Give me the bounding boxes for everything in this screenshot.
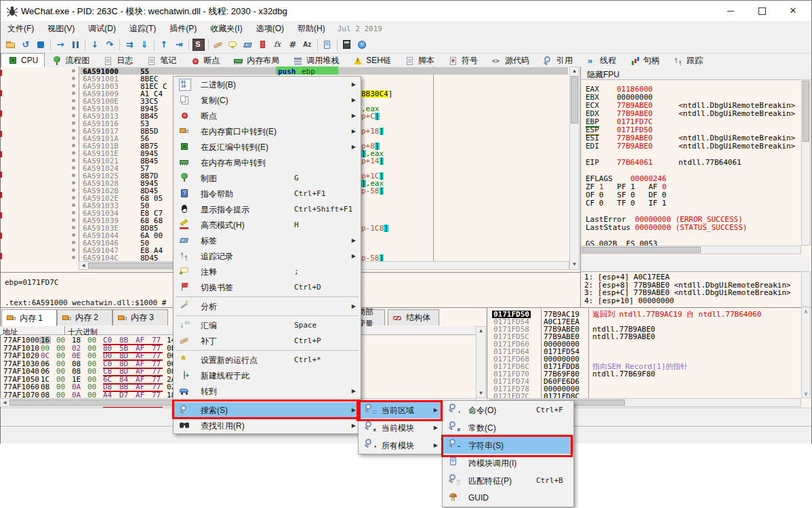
- menu-收藏夹(I)[interactable]: 收藏夹(I): [203, 21, 249, 36]
- attach-arrow-button[interactable]: [171, 37, 186, 52]
- menuitem-当前区域[interactable]: □当前区域▶: [359, 401, 443, 418]
- memory-byte[interactable]: 00: [87, 383, 96, 391]
- memory-byte[interactable]: 0C: [41, 352, 49, 359]
- az-button[interactable]: [300, 37, 315, 52]
- run-button[interactable]: [53, 37, 68, 52]
- menuitem-新建线程于此[interactable]: 新建线程于此: [174, 368, 361, 383]
- menuitem-在反汇编中转到(E)[interactable]: 在反汇编中转到(E)▶: [174, 139, 361, 155]
- menu-追踪(T)[interactable]: 追踪(T): [123, 21, 163, 36]
- menuitem-跨模块调用(I)[interactable]: 跨模块调用(I): [443, 454, 573, 471]
- menuitem-常数(C)[interactable]: #常数(C): [443, 418, 573, 436]
- menu-帮助(H)[interactable]: 帮助(H): [291, 21, 332, 36]
- tab-断点[interactable]: 断点: [183, 54, 226, 67]
- memory-byte[interactable]: 00: [87, 368, 96, 375]
- menuitem-补丁[interactable]: 补丁Ctrl+P: [174, 333, 361, 349]
- memory-byte[interactable]: 00: [56, 383, 65, 391]
- breakpoint-dot-icon[interactable]: [72, 203, 75, 207]
- memory-byte[interactable]: 08: [41, 383, 49, 391]
- breakpoint-dot-icon[interactable]: [72, 233, 75, 237]
- memory-byte[interactable]: 00: [87, 336, 96, 344]
- breakpoint-dot-icon[interactable]: [72, 151, 75, 155]
- tab-符号[interactable]: 符号: [441, 54, 485, 67]
- register-name[interactable]: EIP: [586, 159, 599, 167]
- menu-视图(V)[interactable]: 视图(V): [41, 21, 81, 36]
- memory-byte[interactable]: 08: [72, 368, 81, 375]
- tab-源代码[interactable]: 源代码: [485, 54, 536, 67]
- scroll-down-icon[interactable]: ▼: [570, 260, 579, 269]
- tab-线程[interactable]: 线程: [580, 54, 623, 67]
- breakpoint-dot-icon[interactable]: [72, 92, 75, 95]
- breakpoint-dot-icon[interactable]: [72, 189, 75, 192]
- step-over-button[interactable]: [102, 37, 117, 52]
- menuitem-GUID[interactable]: GUID: [443, 489, 573, 507]
- memtab-内存 1[interactable]: 内存 1: [1, 309, 57, 326]
- register-value[interactable]: 77B9ABE0: [617, 142, 653, 151]
- breakpoint-dot-icon[interactable]: [72, 121, 75, 125]
- scroll-left-icon[interactable]: ◄: [79, 262, 87, 269]
- open-button[interactable]: [3, 37, 18, 52]
- breakpoint-dot-icon[interactable]: [72, 241, 75, 244]
- memory-byte[interactable]: 00: [56, 336, 65, 344]
- pause-button[interactable]: [68, 37, 83, 52]
- breakpoint-dot-icon[interactable]: [72, 211, 75, 214]
- menu-选项(O)[interactable]: 选项(O): [249, 21, 291, 36]
- breakpoint-dot-icon[interactable]: [72, 69, 75, 73]
- maximize-button[interactable]: [746, 1, 777, 20]
- breakpoint-dot-icon[interactable]: [72, 196, 75, 199]
- menuitem-切换书签[interactable]: 切换书签Ctrl+D: [174, 279, 361, 295]
- memory-byte[interactable]: 00: [56, 368, 65, 375]
- function-button[interactable]: [270, 37, 285, 52]
- menuitem-二进制(B)[interactable]: 二进制(B)▶: [174, 77, 361, 92]
- memory-byte[interactable]: 06: [41, 368, 49, 375]
- memory-address[interactable]: 77AF1020: [3, 352, 39, 359]
- breakpoint-dot-icon[interactable]: [72, 159, 75, 162]
- menuitem-查找引用(R)[interactable]: 查找引用(R)▶: [174, 418, 361, 433]
- memory-byte[interactable]: 16: [39, 336, 51, 344]
- memory-byte[interactable]: 00: [87, 352, 96, 359]
- menuitem-汇编[interactable]: 汇编Space: [174, 317, 361, 333]
- stack-pane[interactable]: [487, 307, 811, 408]
- breakpoint-dot-icon[interactable]: [72, 144, 75, 147]
- tab-调用堆栈[interactable]: 调用堆栈: [286, 54, 346, 67]
- menuitem-制图[interactable]: 制图G: [174, 170, 361, 186]
- breakpoint-dot-icon[interactable]: [72, 84, 75, 87]
- restart-button[interactable]: [18, 37, 33, 52]
- tab-脚本[interactable]: 脚本: [398, 54, 441, 67]
- minimize-button[interactable]: [715, 1, 746, 20]
- tab-跟踪[interactable]: 跟踪: [666, 54, 710, 67]
- tab-CPU[interactable]: CPU: [1, 53, 45, 68]
- bookmark-button[interactable]: [256, 37, 270, 52]
- scroll-up-icon[interactable]: ▲: [476, 327, 485, 335]
- breakpoint-dot-icon[interactable]: [72, 136, 75, 140]
- tab-内存布局[interactable]: 内存布局: [226, 54, 286, 67]
- breakpoint-dot-icon[interactable]: [72, 218, 75, 222]
- menuitem-显示指令提示[interactable]: 显示指令提示Ctrl+Shift+F1: [174, 201, 361, 217]
- breakpoint-dot-icon[interactable]: [72, 248, 75, 252]
- menuitem-追踪记录[interactable]: 追踪记录▶: [174, 248, 361, 264]
- register-flags-line[interactable]: CF 0 TF 0 IF 1: [586, 199, 666, 208]
- globe-button[interactable]: [354, 37, 369, 52]
- menuitem-在内存布局中转到[interactable]: 在内存布局中转到: [174, 155, 361, 170]
- menuitem-转到[interactable]: 转到▶: [174, 383, 361, 399]
- stop-button[interactable]: [33, 37, 48, 52]
- menuitem-匹配特征(P)[interactable]: ░匹配特征(P)Ctrl+B: [443, 471, 573, 489]
- scroll-up-icon[interactable]: ∧: [802, 308, 810, 316]
- registers-vscroll-thumb[interactable]: [803, 81, 809, 142]
- tab-SEH链[interactable]: SEH链: [346, 54, 398, 67]
- breakpoint-dot-icon[interactable]: [72, 114, 75, 117]
- breakpoint-dot-icon[interactable]: [72, 129, 75, 132]
- breakpoint-dot-icon[interactable]: [72, 174, 75, 177]
- stack-argument-row[interactable]: 4: [esp+10] 00000000: [584, 297, 674, 305]
- memtab-结构体[interactable]: 结构体: [388, 309, 439, 326]
- scroll-left-icon[interactable]: ◄: [1, 399, 9, 406]
- breakpoint-dot-icon[interactable]: [72, 106, 75, 110]
- memory-address[interactable]: 77AF1000: [3, 336, 39, 344]
- memory-byte[interactable]: 0A: [72, 383, 81, 391]
- memtab-内存 3[interactable]: 内存 3: [113, 309, 168, 326]
- tab-日志[interactable]: 日志: [96, 54, 140, 67]
- run-to-user-button[interactable]: [122, 37, 137, 52]
- patch-button[interactable]: [211, 37, 226, 52]
- menuitem-高亮模式(H)[interactable]: 高亮模式(H)H: [174, 217, 361, 233]
- scroll-down-icon[interactable]: ∨: [802, 390, 810, 398]
- disasm-vscroll-thumb[interactable]: [571, 76, 578, 123]
